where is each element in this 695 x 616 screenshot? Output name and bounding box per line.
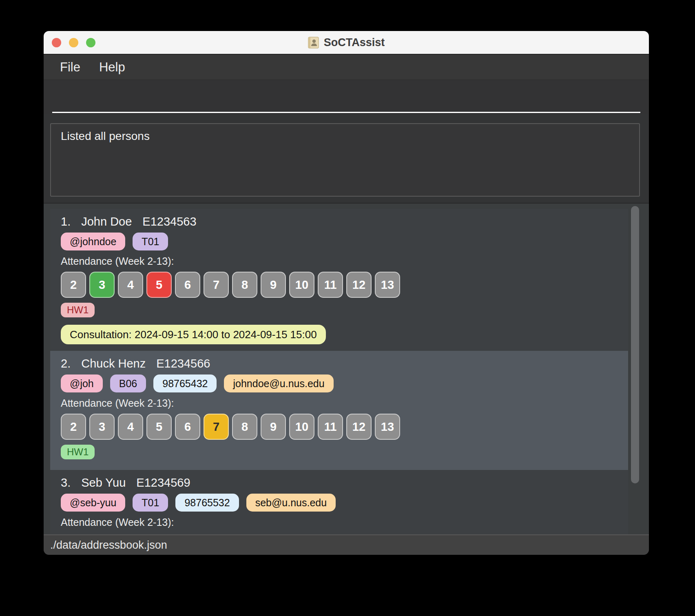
person-tag-group: T01 xyxy=(133,494,168,512)
menu-bar: File Help xyxy=(44,54,649,80)
command-input[interactable] xyxy=(52,80,640,113)
attendance-week-box: 9 xyxy=(261,272,286,298)
attendance-label: Attendance (Week 2-13): xyxy=(61,516,618,528)
person-student-id: E1234566 xyxy=(156,357,210,370)
window-title-wrap: SoCTAssist xyxy=(308,36,385,49)
person-name: Chuck Henz xyxy=(81,357,146,370)
attendance-week-box: 12 xyxy=(346,414,372,440)
person-title-row: 3. Seb Yuu E1234569 xyxy=(61,476,618,490)
attendance-week-box: 8 xyxy=(232,414,257,440)
homework-badge: HW1 xyxy=(61,303,95,317)
address-book-icon xyxy=(308,37,319,49)
person-tags-row: @seb-yuuT0198765532seb@u.nus.edu xyxy=(61,494,618,512)
person-tag-group: B06 xyxy=(110,374,146,392)
attendance-row: 2345678910111213 xyxy=(61,272,618,298)
person-tag-github: @seb-yuu xyxy=(61,494,125,512)
attendance-week-box: 9 xyxy=(261,414,286,440)
person-student-id: E1234569 xyxy=(136,476,190,490)
person-list: 1. John Doe E1234563 @johndoeT01 Attenda… xyxy=(44,203,649,534)
attendance-week-box: 6 xyxy=(175,414,200,440)
menu-help[interactable]: Help xyxy=(99,60,125,75)
person-index: 1. xyxy=(61,215,71,228)
scrollbar[interactable] xyxy=(631,204,639,534)
person-tag-github: @joh xyxy=(61,374,103,392)
attendance-week-box: 12 xyxy=(346,272,372,298)
attendance-week-box: 10 xyxy=(289,414,314,440)
attendance-week-box: 11 xyxy=(318,272,343,298)
person-index: 3. xyxy=(61,476,71,490)
person-tag-email: seb@u.nus.edu xyxy=(246,494,336,512)
person-tag-email: johndoe@u.nus.edu xyxy=(224,374,333,392)
window-title: SoCTAssist xyxy=(324,36,385,49)
person-tag-github: @johndoe xyxy=(61,233,125,250)
command-pane xyxy=(44,80,649,114)
result-display[interactable]: Listed all persons xyxy=(50,123,640,197)
attendance-week-box: 11 xyxy=(318,414,343,440)
person-list-container: 1. John Doe E1234563 @johndoeT01 Attenda… xyxy=(50,209,649,534)
attendance-week-box: 2 xyxy=(61,272,86,298)
person-index: 2. xyxy=(61,357,71,370)
attendance-week-box: 3 xyxy=(89,414,115,440)
person-title-row: 2. Chuck Henz E1234566 xyxy=(61,357,618,370)
attendance-week-box: 5 xyxy=(146,414,172,440)
person-tags-row: @johB0698765432johndoe@u.nus.edu xyxy=(61,374,618,392)
person-name: John Doe xyxy=(81,215,132,228)
homework-row: HW1 xyxy=(61,303,618,317)
attendance-week-box: 6 xyxy=(175,272,200,298)
attendance-week-box: 2 xyxy=(61,414,86,440)
save-location-path: ./data/addressbook.json xyxy=(50,539,167,552)
person-name: Seb Yuu xyxy=(81,476,126,490)
person-card[interactable]: 3. Seb Yuu E1234569 @seb-yuuT0198765532s… xyxy=(50,470,628,534)
attendance-week-box: 7 xyxy=(204,414,229,440)
attendance-week-box: 10 xyxy=(289,272,314,298)
person-tags-row: @johndoeT01 xyxy=(61,233,618,250)
person-tag-phone: 98765532 xyxy=(175,494,239,512)
person-tag-group: T01 xyxy=(133,233,168,250)
attendance-week-box: 13 xyxy=(375,414,400,440)
app-window: SoCTAssist File Help Listed all persons … xyxy=(44,31,649,555)
homework-badge: HW1 xyxy=(61,445,95,459)
person-student-id: E1234563 xyxy=(142,215,196,228)
scrollbar-thumb[interactable] xyxy=(631,206,639,483)
attendance-week-box: 13 xyxy=(375,272,400,298)
attendance-row: 2345678910111213 xyxy=(61,414,618,440)
attendance-week-box: 4 xyxy=(118,414,143,440)
consultation-badge: Consultation: 2024-09-15 14:00 to 2024-0… xyxy=(61,325,326,344)
attendance-week-box: 7 xyxy=(204,272,229,298)
attendance-week-box: 4 xyxy=(118,272,143,298)
person-tag-phone: 98765432 xyxy=(153,374,217,392)
attendance-week-box: 8 xyxy=(232,272,257,298)
person-card[interactable]: 1. John Doe E1234563 @johndoeT01 Attenda… xyxy=(50,209,628,351)
attendance-week-box: 5 xyxy=(146,272,172,298)
minimize-button[interactable] xyxy=(69,38,78,47)
attendance-label: Attendance (Week 2-13): xyxy=(61,255,618,267)
person-card[interactable]: 2. Chuck Henz E1234566 @johB0698765432jo… xyxy=(50,351,628,470)
result-text: Listed all persons xyxy=(61,130,629,143)
menu-file[interactable]: File xyxy=(60,60,80,75)
person-title-row: 1. John Doe E1234563 xyxy=(61,215,618,228)
close-button[interactable] xyxy=(52,38,61,47)
titlebar: SoCTAssist xyxy=(44,31,649,54)
attendance-label: Attendance (Week 2-13): xyxy=(61,397,618,409)
zoom-button[interactable] xyxy=(86,38,95,47)
status-bar: ./data/addressbook.json xyxy=(44,534,649,555)
attendance-week-box: 3 xyxy=(89,272,115,298)
traffic-lights xyxy=(52,31,95,54)
homework-row: HW1 xyxy=(61,445,618,459)
